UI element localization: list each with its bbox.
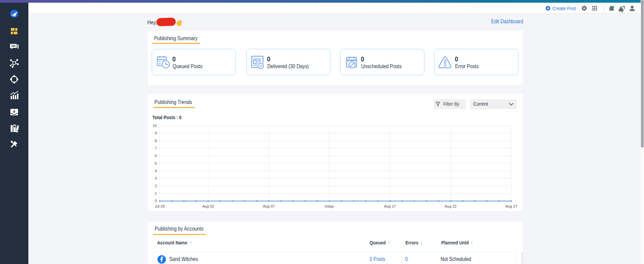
svg-text:2: 2 <box>155 184 157 188</box>
svg-text:10: 10 <box>153 124 157 128</box>
svg-text:Aug 17: Aug 17 <box>384 204 396 208</box>
svg-text:9: 9 <box>155 131 157 135</box>
svg-text:4: 4 <box>155 169 157 173</box>
svg-text:today: today <box>325 204 334 208</box>
svg-text:7: 7 <box>155 146 157 150</box>
svg-text:1: 1 <box>155 191 157 195</box>
svg-text:8: 8 <box>155 139 157 143</box>
svg-text:3: 3 <box>155 176 157 180</box>
svg-text:Aug 27: Aug 27 <box>505 204 517 208</box>
svg-text:Jul 29: Jul 29 <box>155 204 165 208</box>
svg-text:0: 0 <box>155 199 157 203</box>
svg-text:6: 6 <box>155 154 157 158</box>
svg-text:Aug 22: Aug 22 <box>445 204 456 208</box>
svg-text:Aug 07: Aug 07 <box>263 204 275 208</box>
svg-text:Aug 02: Aug 02 <box>202 204 214 208</box>
svg-text:5: 5 <box>155 161 157 165</box>
